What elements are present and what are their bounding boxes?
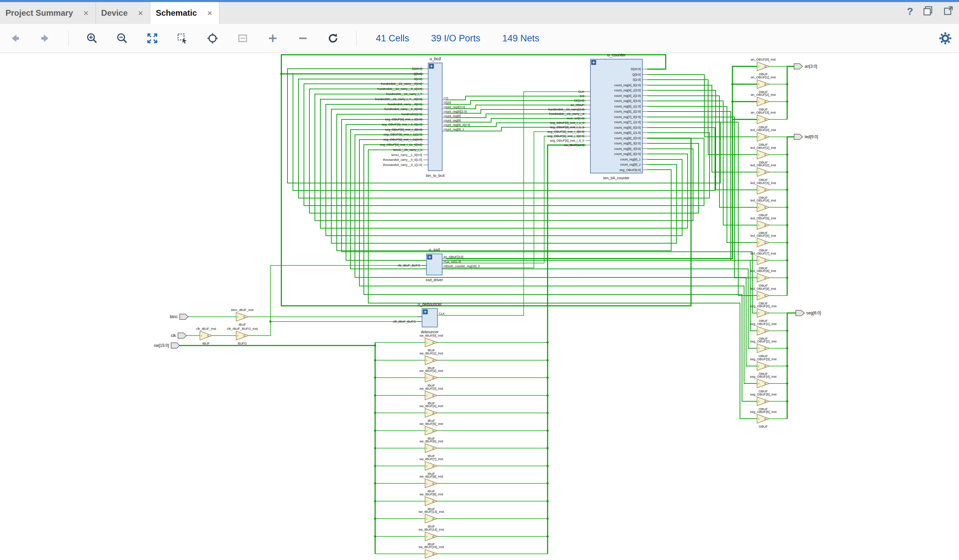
port-sw[15:0][interactable]: sw[15:0] (154, 343, 180, 348)
buffer-sw_IBUF[5]_inst[interactable]: IOsw_IBUF[5]_instIBUF (419, 422, 443, 440)
net-wire[interactable] (446, 136, 586, 263)
net-junction-dot (546, 535, 549, 538)
pin-label: count_reg[8]_1[1:0] (614, 131, 641, 134)
buffer-btnc_IBUF_inst[interactable]: IObtnc_IBUF_instIBUF (231, 308, 253, 326)
port-led[9:0][interactable]: led[9:0] (794, 134, 818, 140)
output-port-symbol[interactable] (794, 134, 803, 140)
help-icon[interactable]: ? (907, 5, 913, 17)
net-junction-dot (786, 171, 788, 173)
buffer-sw_IBUF[1]_inst[interactable]: IOsw_IBUF[1]_instIBUF (419, 351, 443, 370)
buffer-sw_IBUF[0]_inst[interactable]: IOsw_IBUF[0]_instIBUF (419, 334, 443, 352)
net-wire[interactable] (787, 66, 794, 119)
pin-label: D[20:0] (412, 67, 422, 70)
pin-label: seg_OBUF[6]_inst_i_21_0[3:0] (380, 143, 422, 146)
port-an[3:0][interactable]: an[3:0] (794, 64, 817, 69)
cell-u_ssd[interactable]: u_ssdssd_driverclk_IBUF_BUFGan_OBUF[3:0]… (397, 247, 480, 282)
buffer-sw_IBUF[3]_inst[interactable]: IOsw_IBUF[3]_instIBUF (419, 387, 443, 405)
pin-label: seg_OBUF[6]_inst_i_21[3:0] (383, 138, 422, 141)
buffer-clk_IBUF_inst[interactable]: IOclk_IBUF_instIBUF (196, 327, 216, 345)
open-external-icon[interactable] (943, 5, 954, 18)
pin-label: count_reg[8] (444, 114, 461, 118)
net-wire[interactable] (647, 111, 757, 260)
input-port-symbol[interactable] (171, 343, 180, 348)
buffer-clk_IBUF_BUFG_inst[interactable]: IOclk_IBUF_BUFG_instBUFG (227, 327, 258, 345)
buffer-out-pin-label: O (764, 382, 766, 385)
net-wire[interactable] (287, 69, 720, 183)
regenerate-icon[interactable] (326, 32, 340, 45)
net-wire[interactable] (548, 145, 586, 554)
port-clk[interactable]: clk (171, 333, 186, 338)
tab-schematic[interactable]: Schematic× (150, 2, 219, 24)
net-wire[interactable] (359, 140, 757, 383)
toggle-autofit-icon (236, 32, 250, 45)
zoom-in-icon[interactable] (85, 32, 99, 45)
tab-label: Project Summary (5, 8, 73, 18)
net-wire[interactable] (270, 266, 427, 321)
cell-u_counter[interactable]: u_counterten_b4_counterCLKCOCE[2:0]an_OB… (547, 52, 647, 180)
buffer-name: seg_OBUF[5]_inst (750, 392, 777, 396)
buffer-out-pin-label: O (764, 294, 766, 297)
net-junction-dot (374, 482, 376, 484)
zoom-selection-icon[interactable] (175, 32, 189, 45)
pin-label: tens1__20_carry_i_1 (393, 148, 422, 151)
cell-u_bcd[interactable]: u_bcdbin_to_bcdD[20:0]Q[8:0]S[2:0]hundre… (375, 56, 470, 178)
buffer-type: BUFG (238, 341, 247, 345)
net-wire[interactable] (446, 100, 586, 104)
settings-gear-icon[interactable] (938, 32, 952, 46)
tab-close-icon[interactable]: × (138, 8, 143, 19)
buffer-name: sw_IBUF[8]_inst (419, 474, 443, 478)
buffer-out-pin-label: O (764, 259, 766, 262)
buffer-out-pin-label: O (432, 465, 434, 467)
buffer-sw_IBUF[8]_inst[interactable]: IOsw_IBUF[8]_instIBUF (419, 474, 443, 493)
buffer-out-pin-label: O (764, 171, 766, 173)
cell-body[interactable] (428, 63, 442, 171)
output-port-symbol[interactable] (794, 64, 803, 69)
net-wire[interactable] (647, 90, 757, 190)
input-port-symbol[interactable] (180, 314, 188, 320)
schematic-canvas[interactable]: u_bcdbin_to_bcdD[20:0]Q[8:0]S[2:0]hundre… (0, 0, 959, 560)
cell-u_debouncer[interactable]: u_debouncerdebouncerclk_IBUF_BUFGCLK (393, 302, 444, 334)
autofit-selection-icon[interactable] (206, 32, 219, 45)
net-wire[interactable] (647, 85, 757, 172)
buffer-name: sw_IBUF[6]_inst (419, 439, 443, 443)
buffer-name: led_OBUF[3]_inst (750, 181, 776, 185)
net-wire[interactable] (647, 122, 757, 296)
net-wire[interactable] (446, 132, 586, 268)
buffer-sw_IBUF[2]_inst[interactable]: IOsw_IBUF[2]_instIBUF (419, 369, 443, 387)
buffer-type: IBUF (239, 323, 246, 326)
net-wire[interactable] (787, 137, 794, 296)
buffer-sw_IBUF[7]_inst[interactable]: IOsw_IBUF[7]_instIBUF (419, 457, 443, 476)
net-wire[interactable] (787, 313, 796, 419)
port-btnc[interactable]: btnc (170, 314, 188, 320)
net-junction-dot (546, 517, 549, 520)
float-window-icon[interactable] (922, 5, 934, 18)
buffer-sw_IBUF[6]_inst[interactable]: IOsw_IBUF[6]_instIBUF (419, 439, 443, 458)
buffer-sw_IBUF[9]_inst[interactable]: IOsw_IBUF[9]_instIBUF (419, 492, 443, 511)
buffer-name: btnc_IBUF_inst (231, 308, 253, 312)
buffer-in-pin-label: I (758, 171, 759, 173)
input-port-symbol[interactable] (178, 333, 186, 338)
buffer-sw_IBUF[4]_inst[interactable]: IOsw_IBUF[4]_instIBUF (419, 404, 443, 423)
net-wire[interactable] (446, 96, 586, 100)
net-wire[interactable] (647, 107, 757, 243)
buffer-sw_IBUF[15]_inst[interactable]: IOsw_IBUF[15]_instIBUF (419, 545, 444, 560)
port-seg[6:0][interactable]: seg[6:0] (796, 310, 821, 316)
zoom-out-icon[interactable] (115, 32, 129, 45)
tab-device[interactable]: Device× (96, 2, 151, 24)
buffer-in-pin-label: I (758, 294, 759, 297)
pin-label: clk_IBUF_BUFG (397, 264, 420, 267)
buffer-sw_IBUF[14]_inst[interactable]: IOsw_IBUF[14]_instIBUF (419, 528, 444, 546)
net-junction-dot (374, 500, 376, 502)
tab-close-icon[interactable]: × (207, 8, 212, 19)
buffer-sw_IBUF[13]_inst[interactable]: IOsw_IBUF[13]_instIBUF (419, 510, 444, 528)
buffer-in-pin-label: I (758, 242, 759, 244)
buffer-name: sw_IBUF[2]_inst (419, 369, 443, 372)
net-wire[interactable] (293, 74, 715, 191)
net-wire[interactable] (647, 117, 757, 278)
zoom-fit-icon[interactable] (145, 32, 159, 45)
net-wire[interactable] (249, 321, 422, 336)
output-port-symbol[interactable] (796, 310, 804, 316)
tab-close-icon[interactable]: × (83, 8, 88, 19)
tab-project-summary[interactable]: Project Summary× (0, 2, 96, 24)
net-wire[interactable] (350, 130, 757, 348)
